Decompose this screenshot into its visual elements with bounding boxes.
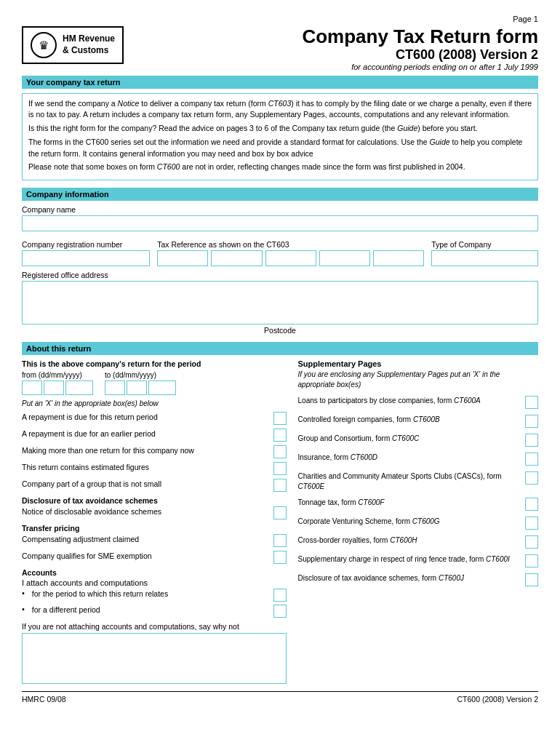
title-block: Company Tax Return form CT600 (2008) Ver… (138, 26, 538, 71)
sup-checkbox-1[interactable] (525, 415, 538, 428)
period-row: from (dd/mm/yyyy) to (dd/mm/yyyy) (22, 371, 287, 395)
sup-checkbox-8[interactable] (525, 554, 538, 567)
form-title: Company Tax Return form (138, 26, 538, 47)
sup-label-8: Supplementary charge in respect of ring … (298, 554, 521, 565)
company-name-label: Company name (22, 205, 538, 214)
company-reg-input[interactable] (22, 250, 150, 266)
type-of-company-label: Type of Company (431, 240, 538, 249)
checkbox-instruction: Put an 'X' in the appropriate box(es) be… (22, 399, 287, 407)
form-period: for accounting periods ending on or afte… (138, 63, 538, 71)
disclosure-checkbox[interactable] (273, 506, 287, 519)
sup-checkbox-2[interactable] (525, 434, 538, 447)
not-attaching-textarea[interactable] (22, 633, 287, 684)
bullet1-checkbox[interactable] (273, 589, 287, 602)
sup-checkbox-7[interactable] (525, 535, 538, 549)
disclosure-sub-row: Notice of disclosable avoidance schemes (22, 506, 287, 519)
from-month[interactable] (44, 381, 64, 395)
tax-ref-input-1[interactable] (157, 250, 208, 266)
bullet-dot-2: • (22, 605, 25, 613)
about-this-return-section: About this return This is the above comp… (22, 342, 538, 684)
from-label: from (dd/mm/yyyy) (22, 371, 93, 379)
to-month[interactable] (127, 381, 147, 395)
accounts-label: Accounts (22, 568, 287, 577)
company-information-section: Company information Company name Company… (22, 188, 538, 335)
bullet-row-2: • for a different period (22, 605, 287, 618)
footer-left: HMRC 09/08 (22, 695, 66, 704)
to-day[interactable] (105, 381, 125, 395)
repayment-this-period-label: A repayment is due for this return perio… (22, 412, 269, 423)
tax-ref-input-3[interactable] (265, 250, 316, 266)
supplementary-pages-title: Supplementary Pages (298, 359, 538, 368)
sup-item-8: Supplementary charge in respect of ring … (298, 554, 538, 567)
tax-ref-group: Tax Reference as shown on the CT603 (157, 236, 424, 266)
sup-label-0: Loans to participators by close companie… (298, 396, 521, 406)
info-para-2: Is this the right form for the company? … (28, 123, 532, 135)
to-label: to (dd/mm/yyyy) (105, 371, 176, 379)
to-year[interactable] (148, 381, 176, 395)
info-para-1: If we send the company a Notice to deliv… (28, 98, 532, 121)
estimated-figures-row: This return contains estimated figures (22, 462, 287, 475)
info-para-4: Please note that some boxes on form CT60… (28, 162, 532, 173)
right-column: Supplementary Pages If you are enclosing… (298, 359, 538, 684)
sup-checkbox-0[interactable] (525, 396, 538, 409)
supplementary-pages-subtitle: If you are enclosing any Supplementary P… (298, 370, 538, 390)
more-than-one-return-checkbox[interactable] (273, 445, 287, 458)
company-information-header: Company information (22, 188, 538, 201)
type-of-company-group: Type of Company (431, 236, 538, 266)
footer-right: CT600 (2008) Version 2 (457, 695, 538, 704)
to-group: to (dd/mm/yyyy) (105, 371, 176, 395)
registered-office-label: Registered office address (22, 271, 538, 279)
compensating-checkbox[interactable] (273, 534, 287, 547)
more-than-one-return-label: Making more than one return for this com… (22, 445, 269, 456)
sup-item-7: Cross-border royalties, form CT600H (298, 535, 538, 549)
accounts-attach-label: I attach accounts and computations (22, 578, 287, 587)
estimated-figures-checkbox[interactable] (273, 462, 287, 475)
repayment-this-period-checkbox[interactable] (273, 412, 287, 425)
sup-label-9: Disclosure of tax avoidance schemes, for… (298, 573, 521, 583)
group-not-small-checkbox[interactable] (273, 479, 287, 492)
footer: HMRC 09/08 CT600 (2008) Version 2 (22, 691, 538, 704)
sup-label-2: Group and Consortium, form CT600C (298, 434, 521, 444)
your-company-tax-return-header: Your company tax return (22, 76, 538, 89)
more-than-one-return-row: Making more than one return for this com… (22, 445, 287, 458)
from-year[interactable] (65, 381, 93, 395)
compensating-row: Compensating adjustment claimed (22, 534, 287, 547)
compensating-label: Compensating adjustment claimed (22, 534, 269, 545)
header: ♛ HM Revenue & Customs Company Tax Retur… (22, 26, 538, 71)
sup-label-1: Controlled foreign companies, form CT600… (298, 415, 521, 425)
sup-checkbox-5[interactable] (525, 498, 538, 511)
sup-item-4: Charities and Community Amateur Sports C… (298, 471, 538, 492)
logo-box: ♛ HM Revenue & Customs (22, 26, 124, 64)
sup-item-9: Disclosure of tax avoidance schemes, for… (298, 573, 538, 586)
sup-item-6: Corporate Venturing Scheme, form CT600G (298, 517, 538, 530)
company-name-input[interactable] (22, 215, 538, 231)
from-day[interactable] (22, 381, 42, 395)
type-of-company-input[interactable] (431, 250, 538, 266)
to-date-inputs (105, 381, 176, 395)
registered-address-box[interactable] (22, 281, 538, 324)
sup-checkbox-4[interactable] (525, 471, 538, 485)
tax-ref-input-2[interactable] (211, 250, 262, 266)
sup-item-3: Insurance, form CT600D (298, 453, 538, 466)
sme-exemption-checkbox[interactable] (273, 551, 287, 564)
disclosure-sub-label: Notice of disclosable avoidance schemes (22, 506, 269, 517)
transfer-pricing-label: Transfer pricing (22, 524, 287, 533)
sup-checkbox-9[interactable] (525, 573, 538, 586)
bullet-label-1: for the period to which this return rela… (32, 589, 269, 599)
tax-ref-label: Tax Reference as shown on the CT603 (157, 240, 424, 249)
sup-checkbox-6[interactable] (525, 517, 538, 530)
repayment-earlier-period-checkbox[interactable] (273, 429, 287, 442)
tax-ref-input-5[interactable] (373, 250, 424, 266)
sup-label-3: Insurance, form CT600D (298, 453, 521, 463)
repayment-this-period-row: A repayment is due for this return perio… (22, 412, 287, 425)
from-group: from (dd/mm/yyyy) (22, 371, 93, 395)
group-not-small-row: Company part of a group that is not smal… (22, 479, 287, 492)
sup-checkbox-3[interactable] (525, 453, 538, 466)
disclosure-label: Disclosure of tax avoidance schemes (22, 496, 287, 505)
tax-ref-input-4[interactable] (319, 250, 370, 266)
period-label: This is the above company's return for t… (22, 359, 287, 368)
postcode-label: Postcode (22, 326, 538, 335)
repayment-earlier-period-label: A repayment is due for an earlier period (22, 429, 269, 439)
sup-item-1: Controlled foreign companies, form CT600… (298, 415, 538, 428)
bullet2-checkbox[interactable] (273, 605, 287, 618)
